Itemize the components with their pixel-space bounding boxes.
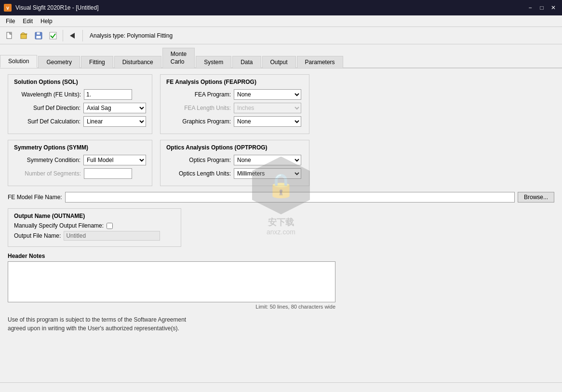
menu-edit[interactable]: Edit (19, 17, 37, 26)
optics-program-label: Optics Program: (166, 157, 234, 163)
fea-program-select[interactable]: None NASTRAN ANSYS ABAQUS (234, 89, 301, 100)
menu-file[interactable]: File (2, 17, 19, 26)
toolbar-arrow-button[interactable] (66, 29, 80, 42)
wavelength-row: Wavelength (FE Units): (14, 89, 146, 100)
output-filename-row: Output File Name: (14, 231, 175, 241)
toolbar-save-button[interactable] (32, 29, 45, 42)
fe-model-file-label: FE Model File Name: (8, 194, 65, 201)
notes-limit-label: Limit: 50 lines, 80 characters wide (8, 304, 335, 310)
tab-parameters[interactable]: Parameters (297, 56, 343, 68)
num-segments-row: Number of Segments: (14, 168, 146, 179)
toolbar-separator-2 (82, 30, 83, 41)
svg-marker-7 (70, 33, 75, 39)
legal-line-2: agreed upon in writing with the User's a… (8, 324, 554, 333)
optics-length-units-select[interactable]: Millimeters Inches Meters (234, 168, 301, 179)
svg-rect-2 (21, 34, 27, 39)
wavelength-input[interactable] (84, 89, 132, 100)
app-icon: v (4, 4, 12, 12)
manually-specify-label: Manually Specify Output Filename: (14, 222, 107, 229)
symmetry-options-panel: Symmetry Options (SYMM) Symmetry Conditi… (8, 140, 152, 186)
surf-def-direction-select[interactable]: Axial Sag Normal X Y Z (83, 103, 146, 113)
fea-program-row: FEA Program: None NASTRAN ANSYS ABAQUS (166, 89, 303, 100)
symmetry-condition-select[interactable]: Full Model Half Model Quarter Model (83, 155, 146, 165)
fea-length-units-row: FEA Length Units: Inches Millimeters Met… (166, 103, 303, 113)
fea-length-units-select[interactable]: Inches Millimeters Meters (234, 103, 301, 113)
toolbar-open-button[interactable] (17, 29, 31, 42)
surf-def-calc-select[interactable]: Linear Quadratic Cubic (83, 116, 146, 127)
fe-model-file-input[interactable] (65, 192, 515, 203)
num-segments-input[interactable] (84, 168, 132, 179)
optics-program-row: Optics Program: None ZEMAX CODE V Oslo (166, 155, 303, 165)
manually-specify-checkbox[interactable] (107, 223, 113, 229)
optics-program-select[interactable]: None ZEMAX CODE V Oslo (234, 155, 301, 165)
surf-def-direction-label: Surf Def Direction: (14, 105, 83, 111)
tab-geometry[interactable]: Geometry (38, 56, 80, 68)
toolbar: Analysis type: Polynomial Fitting (0, 27, 562, 44)
app-title: Visual Sigfit 2020R1e - [Untitled] (15, 4, 99, 11)
fea-length-units-label: FEA Length Units: (166, 105, 234, 111)
tab-monte-carlo[interactable]: MonteCarlo (162, 48, 195, 68)
output-name-title: Output Name (OUTNAME) (14, 213, 175, 219)
menu-bar: File Edit Help (0, 15, 562, 27)
tab-disturbance[interactable]: Disturbance (114, 56, 161, 68)
legal-line-1: Use of this program is subject to the te… (8, 315, 554, 324)
graphics-program-select[interactable]: None Femap Patran (234, 116, 301, 127)
solution-options-panel: Solution Options (SOL) Wavelength (FE Un… (8, 74, 152, 134)
title-bar: v Visual Sigfit 2020R1e - [Untitled] − □… (0, 0, 562, 15)
header-notes-section: Header Notes Limit: 50 lines, 80 charact… (8, 253, 554, 310)
toolbar-separator (63, 30, 63, 41)
tab-data[interactable]: Data (232, 56, 261, 68)
graphics-program-label: Graphics Program: (166, 118, 234, 125)
num-segments-label: Number of Segments: (14, 170, 84, 177)
tab-solution[interactable]: Solution (0, 55, 37, 68)
legal-text: Use of this program is subject to the te… (8, 315, 554, 333)
toolbar-new-button[interactable] (3, 29, 16, 42)
tab-fitting[interactable]: Fitting (81, 56, 113, 68)
menu-help[interactable]: Help (37, 17, 56, 26)
symmetry-condition-label: Symmetry Condition: (14, 157, 83, 163)
output-filename-input[interactable] (64, 231, 160, 241)
fea-program-label: FEA Program: (166, 91, 234, 98)
wavelength-label: Wavelength (FE Units): (14, 91, 84, 98)
solution-options-title: Solution Options (SOL) (14, 79, 146, 85)
surf-def-direction-row: Surf Def Direction: Axial Sag Normal X Y… (14, 103, 146, 113)
fea-options-panel: FE Analysis Options (FEAPROG) FEA Progra… (160, 74, 309, 134)
main-content: Solution Options (SOL) Wavelength (FE Un… (0, 68, 562, 392)
svg-rect-5 (36, 36, 41, 39)
browse-button[interactable]: Browse... (518, 192, 554, 203)
svg-rect-4 (37, 32, 40, 35)
symmetry-condition-row: Symmetry Condition: Full Model Half Mode… (14, 155, 146, 165)
graphics-program-row: Graphics Program: None Femap Patran (166, 116, 303, 127)
analysis-type-label: Analysis type: Polynomial Fitting (86, 32, 176, 39)
optics-options-title: Optics Analysis Options (OPTPROG) (166, 144, 303, 151)
tab-output[interactable]: Output (262, 56, 296, 68)
status-bar (0, 382, 562, 392)
output-name-section: Output Name (OUTNAME) Manually Specify O… (8, 208, 181, 247)
output-filename-label: Output File Name: (14, 232, 64, 239)
optics-length-units-label: Optics Length Units: (166, 170, 234, 177)
bottom-panels-row: Symmetry Options (SYMM) Symmetry Conditi… (8, 140, 554, 186)
top-panels-row: Solution Options (SOL) Wavelength (FE Un… (8, 74, 554, 134)
surf-def-calc-label: Surf Def Calculation: (14, 118, 83, 125)
fea-options-title: FE Analysis Options (FEAPROG) (166, 79, 303, 85)
optics-length-units-row: Optics Length Units: Millimeters Inches … (166, 168, 303, 179)
tab-system[interactable]: System (196, 56, 231, 68)
tab-bar: Solution Geometry Fitting Disturbance Mo… (0, 44, 562, 68)
toolbar-check-button[interactable] (46, 29, 60, 42)
symmetry-options-title: Symmetry Options (SYMM) (14, 144, 146, 151)
maximize-button[interactable]: □ (537, 3, 547, 13)
fe-model-file-row: FE Model File Name: Browse... (8, 192, 554, 203)
minimize-button[interactable]: − (525, 3, 535, 13)
close-button[interactable]: ✕ (549, 3, 558, 13)
manually-specify-row: Manually Specify Output Filename: (14, 222, 175, 229)
header-notes-textarea[interactable] (8, 261, 335, 302)
header-notes-title: Header Notes (8, 253, 554, 259)
optics-options-panel: Optics Analysis Options (OPTPROG) Optics… (160, 140, 309, 186)
surf-def-calc-row: Surf Def Calculation: Linear Quadratic C… (14, 116, 146, 127)
